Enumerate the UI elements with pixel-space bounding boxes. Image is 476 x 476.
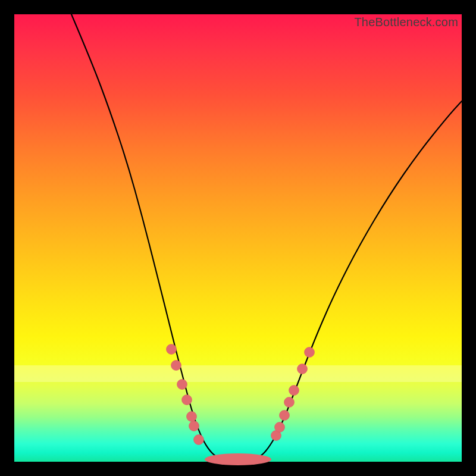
marker-dot: [171, 361, 181, 371]
marker-dot: [275, 422, 285, 433]
marker-dot: [189, 421, 199, 431]
marker-dot: [177, 380, 187, 390]
marker-dot: [284, 397, 295, 408]
marker-dot: [305, 347, 315, 358]
marker-dot: [280, 411, 290, 421]
plot-area: TheBottleneck.com: [14, 14, 462, 462]
marker-dot: [182, 395, 192, 405]
outer-frame: TheBottleneck.com: [0, 0, 476, 476]
marker-group-right: [271, 347, 315, 441]
marker-dot: [194, 435, 204, 445]
curve-svg: [14, 14, 462, 462]
marker-dot: [298, 364, 308, 374]
bottleneck-curve: [71, 14, 462, 462]
valley-blob: [205, 453, 271, 465]
marker-dot: [187, 412, 197, 422]
marker-dot: [167, 345, 177, 355]
marker-dot: [289, 386, 299, 396]
